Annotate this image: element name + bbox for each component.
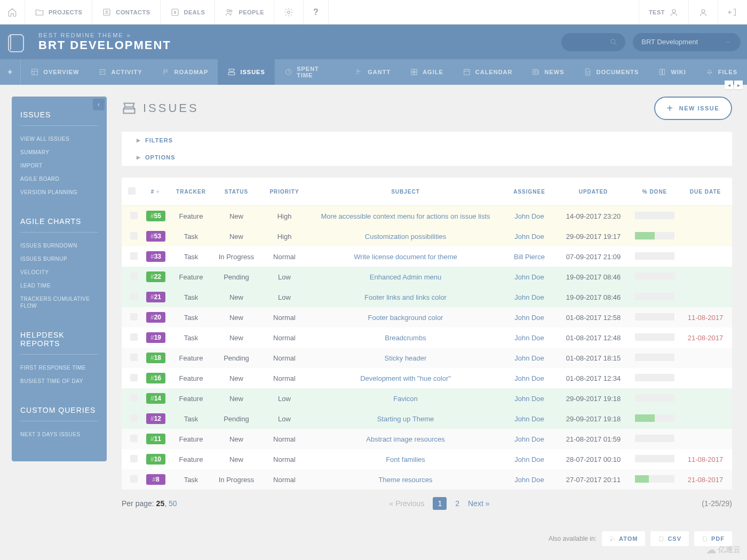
issue-id-badge[interactable]: #22 [146,271,165,282]
tab-news[interactable]: NEWS [522,59,574,85]
tab-gantt[interactable]: GANTT [345,59,400,85]
issue-id-badge[interactable]: #21 [146,292,165,302]
sidebar-link[interactable]: FIRST RESPONSE TIME [20,364,98,371]
table-row[interactable]: #12TaskPendingLowStarting up ThemeJohn D… [122,409,732,429]
cell-assignee[interactable]: John Doe [503,287,556,307]
row-checkbox[interactable] [130,293,138,300]
nav-help[interactable]: ? [304,0,329,24]
tab-overview[interactable]: OVERVIEW [21,59,89,85]
col-due-date[interactable]: DUE DATE [679,178,732,206]
table-row[interactable]: #53TaskNewHighCustomization possibilitie… [122,226,732,246]
issue-id-badge[interactable]: #10 [146,454,165,465]
nav-contacts[interactable]: CONTACTS [92,0,160,24]
row-checkbox[interactable] [130,435,138,442]
cell-assignee[interactable]: John Doe [503,449,556,469]
nav-people[interactable]: PEOPLE [215,0,274,24]
cell-assignee[interactable]: John Doe [503,206,556,227]
cell-subject[interactable]: Customization possibilities [308,226,503,246]
project-selector[interactable]: BRT Development [633,33,741,51]
tab-agile[interactable]: AGILE [400,59,453,85]
cell-subject[interactable]: Theme resources [308,469,503,490]
nav-settings[interactable] [274,0,304,24]
cell-subject[interactable]: Development with "hue color" [308,368,503,388]
issue-id-badge[interactable]: #19 [146,332,165,343]
tab-issues[interactable]: ISSUES [218,59,274,85]
cell-subject[interactable]: Footer background color [308,307,503,327]
row-checkbox[interactable] [130,475,138,483]
breadcrumb[interactable]: BEST REDMINE THEME » [38,32,561,38]
table-row[interactable]: #10FeatureNewNormalFont familiesJohn Doe… [122,449,732,469]
table-row[interactable]: #20TaskNewNormalFooter background colorJ… [122,307,732,327]
sidebar-link[interactable]: TRACKERS CUMULATIVE FLOW [20,295,98,309]
sidebar-link[interactable]: BUSIEST TIME OF DAY [20,378,98,385]
sidebar-link[interactable]: VELOCITY [20,269,98,276]
sidebar-link[interactable]: ISSUES BURNUP [20,255,98,262]
table-row[interactable]: #14FeatureNewLowFaviconJohn Doe29-09-201… [122,388,732,409]
cell-subject[interactable]: Enhanced Admin menu [308,267,503,287]
col-tracker[interactable]: TRACKER [170,178,212,206]
issue-id-badge[interactable]: #20 [146,312,165,323]
page-prev[interactable]: « Previous [389,499,424,508]
cell-subject[interactable]: Footer links and links color [308,287,503,307]
col--done[interactable]: % DONE [631,178,679,206]
sidebar-link[interactable]: AGILE BOARD [20,175,98,182]
row-checkbox[interactable] [130,374,138,381]
options-toggle[interactable]: ▶ OPTIONS [122,149,732,166]
cell-subject[interactable]: More accessible context menu for actions… [308,206,503,227]
row-checkbox[interactable] [130,232,138,239]
page-2[interactable]: 2 [455,499,459,508]
row-checkbox[interactable] [130,313,138,321]
tabs-scroll-left[interactable]: ◂ [725,81,733,89]
tab-calendar[interactable]: CALENDAR [453,59,522,85]
issue-id-badge[interactable]: #16 [146,373,165,383]
nav-user[interactable]: TEST [639,0,688,24]
table-row[interactable]: #21TaskNewLowFooter links and links colo… [122,287,732,307]
sidebar-link[interactable]: ISSUES BURNDOWN [20,242,98,249]
tab-roadmap[interactable]: ROADMAP [152,59,218,85]
row-checkbox[interactable] [130,333,138,341]
issue-id-badge[interactable]: #8 [146,474,165,485]
tab-documents[interactable]: DOCUMENTS [574,59,648,85]
table-row[interactable]: #55FeatureNewHighMore accessible context… [122,206,732,227]
nav-deals[interactable]: DEALS [161,0,216,24]
table-row[interactable]: #22FeaturePendingLowEnhanced Admin menuJ… [122,267,732,287]
cell-assignee[interactable]: John Doe [503,226,556,246]
sidebar-link[interactable]: NEXT 3 DAYS ISSUES [20,431,98,438]
table-row[interactable]: #16FeatureNewNormalDevelopment with "hue… [122,368,732,388]
per-page-25[interactable]: 25 [156,499,165,508]
sidebar-link[interactable]: VIEW ALL ISSUES [20,135,98,142]
cell-assignee[interactable]: John Doe [503,267,556,287]
cell-assignee[interactable]: John Doe [503,429,556,449]
row-checkbox[interactable] [130,354,138,361]
search-box[interactable] [561,33,625,51]
sidebar-collapse[interactable]: ‹ [93,99,105,110]
col-priority[interactable]: PRIORITY [260,178,308,206]
row-checkbox[interactable] [130,455,138,462]
page-1[interactable]: 1 [433,497,447,510]
cell-subject[interactable]: Starting up Theme [308,409,503,429]
nav-home[interactable] [0,0,25,24]
cell-assignee[interactable]: John Doe [503,368,556,388]
issue-id-badge[interactable]: #18 [146,353,165,363]
cell-assignee[interactable]: John Doe [503,469,556,490]
issue-id-badge[interactable]: #11 [146,434,165,444]
row-checkbox[interactable] [130,252,138,260]
col-assignee[interactable]: ASSIGNEE [503,178,556,206]
page-next[interactable]: Next » [468,499,489,508]
sidebar-link[interactable]: SUMMARY [20,149,98,156]
issue-id-badge[interactable]: #55 [146,211,165,221]
export-atom[interactable]: ATOM [602,531,645,546]
row-checkbox[interactable] [130,414,138,422]
cell-assignee[interactable]: John Doe [503,348,556,368]
tab-add[interactable]: + [0,59,21,85]
issue-id-badge[interactable]: #14 [146,393,165,404]
col-updated[interactable]: UPDATED [556,178,631,206]
cell-subject[interactable]: Breadcrumbs [308,327,503,348]
table-row[interactable]: #18FeaturePendingNormalSticky headerJohn… [122,348,732,368]
col-status[interactable]: STATUS [212,178,260,206]
issue-id-badge[interactable]: #33 [146,251,165,262]
per-page-50[interactable]: 50 [169,499,177,508]
sidebar-link[interactable]: IMPORT [20,162,98,169]
col--[interactable]: #▼ [142,178,170,206]
cell-assignee[interactable]: John Doe [503,388,556,409]
